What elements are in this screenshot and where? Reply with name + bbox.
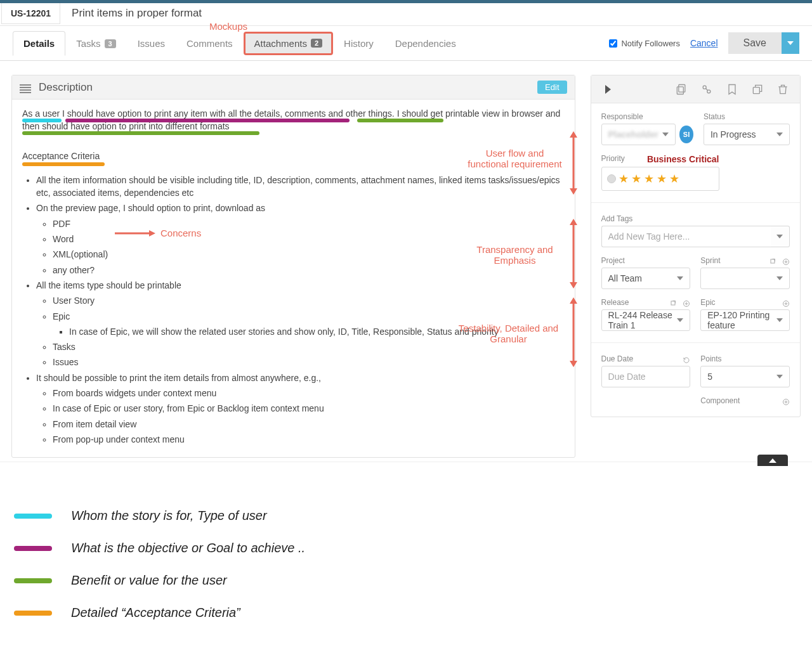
notify-checkbox[interactable] (609, 39, 617, 48)
epic-select[interactable]: EP-120 Printing feature (700, 309, 790, 331)
tab-badge: 3 (105, 39, 116, 48)
list-item: In case of Epic, we will show the relate… (69, 325, 565, 338)
legend-row: Detailed “Acceptance Criteria” (14, 605, 798, 620)
priority-label: Priority (601, 154, 625, 164)
project-select[interactable]: All Team (601, 268, 691, 289)
item-title: Print items in proper format (60, 3, 213, 23)
status-value: In Progress (710, 129, 756, 139)
svg-line-15 (705, 88, 707, 90)
underline-benefit (357, 119, 443, 122)
list-item: All the items type should be printable U… (36, 279, 565, 369)
save-button[interactable]: Save (728, 32, 782, 54)
list-item: From pop-up under context menu (53, 433, 565, 446)
status-select[interactable]: In Progress (704, 124, 790, 145)
item-id: US-12201 (1, 3, 60, 24)
epic-label: Epic (700, 298, 715, 307)
release-select[interactable]: RL-244 Release Train 1 (601, 309, 691, 331)
cancel-link[interactable]: Cancel (690, 38, 718, 48)
list-item: On the preview page, I should option to … (36, 202, 565, 276)
clone-icon[interactable] (747, 79, 768, 100)
caret-down-icon (677, 276, 683, 280)
trash-icon[interactable] (772, 79, 794, 100)
legend-text: Benefit or value for the user (71, 573, 227, 588)
list-item: Tasks (53, 340, 565, 353)
footer-strip (0, 462, 812, 479)
description-heading: Description (39, 81, 93, 94)
legend-text: Detailed “Acceptance Criteria” (71, 605, 240, 620)
release-label: Release (601, 298, 629, 307)
star-icon: ★ (619, 173, 629, 185)
list-item: Word (53, 233, 565, 245)
tab-tasks[interactable]: Tasks3 (65, 31, 126, 55)
caret-down-icon (776, 235, 783, 238)
underline-goal (65, 119, 350, 122)
list-item: Epic In case of Epic, we will show the r… (53, 310, 565, 339)
svg-rect-21 (671, 301, 675, 305)
due-date-text-input[interactable] (608, 372, 684, 382)
reset-icon[interactable] (683, 356, 690, 364)
save-dropdown-button[interactable] (782, 32, 799, 54)
add-icon[interactable] (782, 258, 790, 266)
legend: Whom the story is for, Type of user What… (0, 479, 812, 644)
list-item: In case of Epic or user story, from Epic… (53, 402, 565, 415)
tab-label: Details (23, 38, 55, 49)
tags-dropdown-button[interactable] (771, 226, 790, 247)
acceptance-criteria-heading: Acceptance Criteria (22, 150, 565, 162)
due-date-input[interactable] (601, 366, 691, 387)
svg-rect-11 (679, 84, 685, 92)
scroll-to-top-button[interactable] (757, 455, 788, 466)
acceptance-criteria-list: All the item information should be visib… (36, 174, 565, 446)
points-label: Points (700, 354, 790, 363)
sprint-select[interactable] (700, 268, 790, 289)
avatar: SI (679, 126, 693, 143)
points-select[interactable]: 5 (700, 366, 790, 387)
tab-attachments[interactable]: Attachments2 (244, 32, 334, 55)
priority-stars[interactable]: ★ ★ ★ ★ ★ (601, 167, 719, 191)
responsible-label: Responsible (601, 112, 693, 121)
tab-details[interactable]: Details (13, 31, 65, 56)
tab-dependencies[interactable]: Dependencies (384, 31, 467, 55)
add-icon[interactable] (782, 300, 790, 308)
open-icon[interactable] (769, 258, 777, 266)
tab-label: History (344, 38, 374, 49)
legend-text: Whom the story is for, Type of user (71, 508, 267, 523)
tab-bar: Mockups Details Tasks3 Issues Comments A… (0, 26, 812, 61)
tab-issues[interactable]: Issues (127, 31, 176, 55)
tags-input[interactable] (601, 226, 771, 247)
tab-label: Comments (187, 38, 233, 49)
star-icon: ★ (631, 173, 641, 185)
add-icon[interactable] (683, 300, 690, 308)
tab-label: Attachments (254, 38, 307, 49)
sprint-label: Sprint (700, 256, 720, 265)
status-label: Status (704, 112, 790, 121)
tab-history[interactable]: History (333, 31, 384, 55)
responsible-select[interactable]: Placeholder (601, 124, 676, 145)
legend-row: Whom the story is for, Type of user (14, 508, 798, 523)
notify-followers-toggle[interactable]: Notify Followers (609, 39, 679, 48)
bookmark-icon[interactable] (721, 79, 743, 100)
list-item: User Story (53, 294, 565, 307)
open-icon[interactable] (670, 300, 678, 308)
caret-down-icon (787, 41, 794, 45)
underline-benefit (22, 131, 259, 135)
copy-icon[interactable] (671, 79, 692, 100)
tags-text-input[interactable] (608, 231, 764, 242)
clear-priority-icon[interactable] (607, 174, 616, 183)
collapse-panel-button[interactable] (598, 79, 619, 100)
tab-label: Issues (138, 38, 165, 49)
star-icon: ★ (657, 173, 667, 185)
link-icon[interactable] (696, 79, 717, 100)
caret-up-icon (769, 458, 776, 463)
edit-button[interactable]: Edit (537, 81, 566, 94)
legend-row: What is the objective or Goal to achieve… (14, 541, 798, 555)
epic-value: EP-120 Printing feature (707, 310, 776, 330)
release-value: RL-244 Release Train 1 (608, 310, 678, 330)
underline-user (22, 119, 62, 122)
legend-swatch-purple (14, 546, 52, 551)
notify-label: Notify Followers (621, 39, 679, 48)
project-label: Project (601, 256, 625, 265)
project-value: All Team (608, 273, 642, 283)
tab-comments[interactable]: Comments (176, 31, 244, 55)
tab-label: Dependencies (395, 38, 456, 49)
add-icon[interactable] (782, 398, 790, 406)
